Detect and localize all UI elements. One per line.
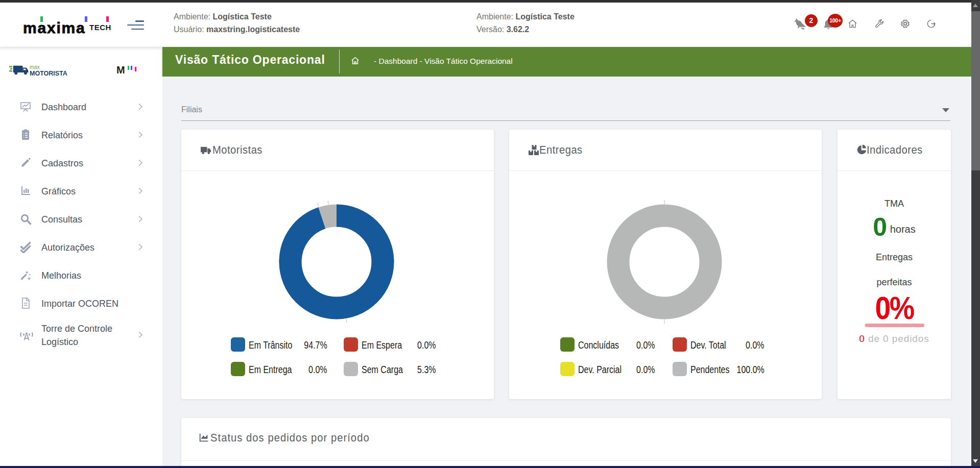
svg-text:MOTORISTA: MOTORISTA xyxy=(30,70,67,77)
svg-text:TECH: TECH xyxy=(89,23,111,32)
svg-text:M: M xyxy=(116,64,125,76)
svg-text:max: max xyxy=(30,64,40,70)
svg-text:maxima: maxima xyxy=(23,19,86,36)
